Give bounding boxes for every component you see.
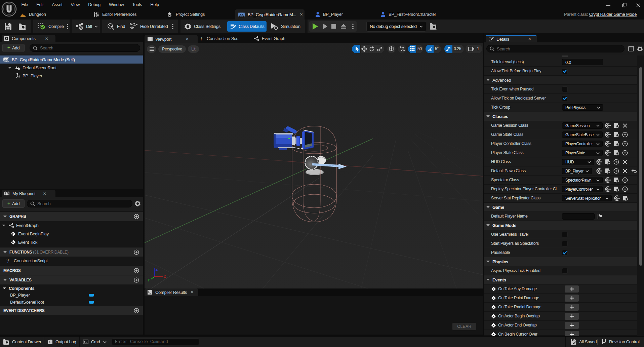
svg-text:Y: Y bbox=[148, 278, 150, 282]
svg-text:X: X bbox=[164, 275, 166, 279]
svg-text:Z: Z bbox=[156, 268, 158, 271]
svg-text:f: f bbox=[201, 36, 203, 41]
